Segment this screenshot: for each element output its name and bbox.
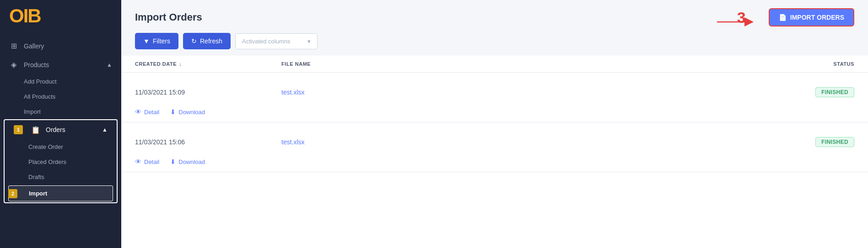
refresh-icon: ↻ [191, 37, 197, 45]
row-1-actions: 👁 Detail ⬇ Download [135, 106, 854, 122]
sub-item-label: Add Product [24, 78, 57, 85]
columns-placeholder: Activated columns [242, 38, 291, 45]
col-created-date: CREATED DATE ↓ [135, 61, 281, 67]
col-created-date-label: CREATED DATE [135, 61, 177, 67]
filters-label: Filters [153, 37, 170, 45]
row-2-download-link[interactable]: ⬇ Download [170, 158, 205, 165]
sidebar-item-add-product[interactable]: Add Product [0, 74, 121, 89]
col-file-name-label: FILE NAME [281, 61, 311, 67]
sub-item-label: Placed Orders [28, 158, 66, 165]
dropdown-caret-icon: ▾ [307, 38, 311, 45]
main-content: Import Orders 3 📄 IMPORT ORDERS ▼ Fi [121, 0, 868, 248]
sub-item-label: Create Order [28, 143, 63, 150]
row-1-status: FINISHED [763, 79, 854, 106]
row-1-created-date: 11/03/2021 15:09 [135, 79, 281, 106]
row-1-file-name[interactable]: test.xlsx [281, 79, 763, 106]
logo: OIB [0, 0, 121, 32]
eye-icon: 👁 [135, 108, 141, 116]
status-badge: FINISHED [815, 137, 854, 147]
annotation-marker-2: 2 [8, 189, 17, 198]
row-1-download-link[interactable]: ⬇ Download [170, 108, 205, 116]
sub-item-label: Import [29, 190, 47, 197]
table-row: 11/03/2021 15:06 test.xlsx FINISHED 👁 De… [121, 122, 868, 172]
sidebar-item-label: Products [24, 61, 101, 69]
download-icon: ⬇ [170, 158, 176, 165]
gallery-icon: ⊞ [9, 42, 18, 50]
sub-item-label: Drafts [28, 174, 44, 180]
sidebar-item-import-orders[interactable]: Import [8, 185, 113, 201]
detail-label: Detail [144, 158, 159, 165]
page-title: Import Orders [135, 11, 202, 23]
table-header-row: CREATED DATE ↓ FILE NAME STATUS [121, 56, 868, 73]
sidebar-item-gallery[interactable]: ⊞ Gallery [0, 37, 121, 55]
chevron-up-icon: ▲ [102, 127, 108, 133]
download-icon: ⬇ [170, 108, 176, 116]
sort-icon[interactable]: ↓ [179, 61, 182, 67]
sidebar-item-create-order[interactable]: Create Order [5, 139, 117, 154]
sidebar-item-orders[interactable]: 1 📋 Orders ▲ [5, 120, 117, 139]
row-1-detail-link[interactable]: 👁 Detail [135, 108, 159, 116]
sidebar-nav: ⊞ Gallery ◈ Products ▲ Add Product All P… [0, 32, 121, 248]
filter-icon: ▼ [143, 37, 150, 45]
sub-item-label: Import [24, 108, 41, 115]
sidebar-item-placed-orders[interactable]: Placed Orders [5, 154, 117, 169]
refresh-button[interactable]: ↻ Refresh [183, 33, 231, 49]
import-orders-button[interactable]: 📄 IMPORT ORDERS [769, 8, 854, 26]
sub-item-label: All Products [24, 93, 55, 100]
logo-text: OIB [9, 5, 41, 27]
col-status: STATUS [763, 61, 854, 67]
sidebar-item-drafts[interactable]: Drafts [5, 169, 117, 185]
row-2-top: 11/03/2021 15:06 test.xlsx FINISHED [135, 122, 854, 155]
sidebar-item-import-products[interactable]: Import [0, 104, 121, 119]
filters-button[interactable]: ▼ Filters [135, 33, 178, 49]
toolbar: ▼ Filters ↻ Refresh Activated columns ▾ [121, 33, 868, 56]
refresh-label: Refresh [200, 37, 222, 45]
chevron-up-icon: ▲ [107, 62, 112, 68]
sidebar-item-label: Gallery [24, 42, 112, 50]
annotation-arrow-3 [717, 13, 758, 31]
products-icon: ◈ [9, 60, 18, 69]
row-2-status: FINISHED [763, 129, 854, 155]
eye-icon: 👁 [135, 158, 141, 165]
table-row: 11/03/2021 15:09 test.xlsx FINISHED 👁 De… [121, 73, 868, 122]
sidebar-item-all-products[interactable]: All Products [0, 89, 121, 104]
import-orders-icon: 📄 [779, 14, 787, 21]
annotation-marker-1: 1 [14, 125, 23, 134]
row-2-detail-link[interactable]: 👁 Detail [135, 158, 159, 165]
download-label: Download [178, 109, 205, 116]
row-2-created-date: 11/03/2021 15:06 [135, 129, 281, 155]
page-header: Import Orders 3 📄 IMPORT ORDERS [121, 0, 868, 33]
import-orders-label: IMPORT ORDERS [790, 14, 844, 21]
sidebar-item-products[interactable]: ◈ Products ▲ [0, 55, 121, 74]
col-status-label: STATUS [833, 61, 854, 67]
row-1-top: 11/03/2021 15:09 test.xlsx FINISHED [135, 73, 854, 106]
sidebar-item-label: Orders [46, 126, 97, 133]
status-badge: FINISHED [815, 87, 854, 97]
sidebar: OIB ⊞ Gallery ◈ Products ▲ Add Product A… [0, 0, 121, 248]
orders-icon: 📋 [31, 126, 40, 134]
download-label: Download [178, 158, 205, 165]
col-file-name: FILE NAME [281, 61, 763, 67]
row-2-actions: 👁 Detail ⬇ Download [135, 155, 854, 172]
sidebar-orders-section: 1 📋 Orders ▲ Create Order Placed Orders … [4, 119, 118, 203]
activated-columns-dropdown[interactable]: Activated columns ▾ [235, 33, 318, 49]
detail-label: Detail [144, 109, 159, 116]
import-orders-table: CREATED DATE ↓ FILE NAME STATUS 11/03/20… [121, 56, 868, 248]
row-2-file-name[interactable]: test.xlsx [281, 129, 763, 155]
